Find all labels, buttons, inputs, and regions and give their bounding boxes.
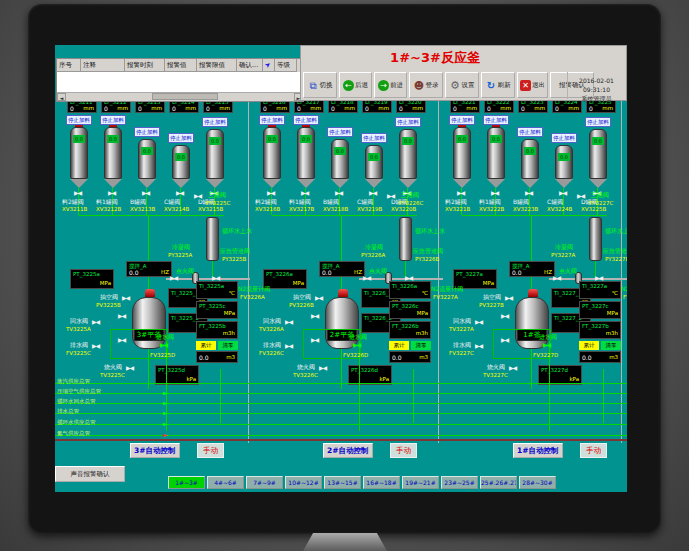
reactor-valve-icon[interactable]: ▶◀ <box>285 343 292 349</box>
three-way-valve-icon[interactable]: ▶◀ <box>387 193 394 199</box>
toolbar-button-forward[interactable]: →前进 <box>374 72 407 98</box>
toolbar-button-back[interactable]: ←后退 <box>339 72 372 98</box>
pipe-valve-icon[interactable]: ▶◀ <box>363 275 370 281</box>
reactor-valve-icon[interactable]: ▶◀ <box>319 365 326 371</box>
reactor-valve-icon[interactable]: ▶◀ <box>118 313 125 319</box>
stop-feed-button[interactable]: 停止加料 <box>517 127 543 137</box>
auto-control-button-1#[interactable]: 1#自动控制 <box>513 443 563 458</box>
totalizer-accumulate-button[interactable]: 累计 <box>579 341 599 350</box>
tank-valve-icon[interactable]: ▶◀ <box>176 190 183 196</box>
totalizer-clear-button[interactable]: 清零 <box>411 341 431 350</box>
pipe-valve-icon[interactable]: ▶◀ <box>170 275 177 281</box>
totalizer-clear-button[interactable]: 清零 <box>601 341 621 350</box>
reactor-valve-icon[interactable]: ▶◀ <box>505 295 512 301</box>
page-button-4[interactable]: 10#~12# <box>285 476 322 489</box>
totalizer-clear-button[interactable]: 清零 <box>218 341 238 350</box>
auto-control-button-3#[interactable]: 3#自动控制 <box>130 443 180 458</box>
reactor-valve-icon[interactable]: ▶◀ <box>311 337 318 343</box>
toolbar-button-login[interactable]: ☻登录 <box>409 72 443 98</box>
manual-button-2#[interactable]: 手动 <box>390 443 417 458</box>
page-button-6[interactable]: 16#~18# <box>363 476 400 489</box>
pipe-valve-icon[interactable]: ▶◀ <box>212 275 219 281</box>
instrument-unit: kPa <box>379 376 389 383</box>
tank-valve-icon[interactable]: ▶◀ <box>108 190 115 196</box>
pipe-valve-icon[interactable]: ▶◀ <box>595 275 602 281</box>
three-way-valve-icon[interactable]: ▶◀ <box>194 193 201 199</box>
alarm-table-body[interactable] <box>57 72 303 92</box>
alarm-flag-cell: ➤ <box>263 59 275 72</box>
page-button-8[interactable]: 23#~25# <box>441 476 478 489</box>
stop-feed-button[interactable]: 停止加料 <box>168 133 194 143</box>
stop-feed-button[interactable]: 停止加料 <box>66 115 92 125</box>
reactor-valve-icon[interactable]: ▶◀ <box>315 295 322 301</box>
tank-valve-icon[interactable]: ▶◀ <box>491 190 498 196</box>
scroll-thumb[interactable] <box>152 93 218 100</box>
stop-feed-button[interactable]: 停止加料 <box>361 133 387 143</box>
stop-feed-button[interactable]: 停止加料 <box>293 115 319 125</box>
three-way-valve-icon[interactable]: ▶◀ <box>577 193 584 199</box>
auto-control-button-2#[interactable]: 2#自动控制 <box>323 443 373 458</box>
stop-feed-button[interactable]: 停止加料 <box>585 117 611 127</box>
stop-feed-button[interactable]: 停止加料 <box>449 115 475 125</box>
manual-button-3#[interactable]: 手动 <box>197 443 224 458</box>
stop-feed-button[interactable]: 停止加料 <box>202 117 228 127</box>
reactor-valve-icon[interactable]: ▶◀ <box>92 343 99 349</box>
n2-flow-valve-label: N2流量计阀 <box>621 285 627 292</box>
reactor-valve-icon[interactable]: ▶◀ <box>311 313 318 319</box>
totalizer-accumulate-button[interactable]: 累计 <box>389 341 409 350</box>
reactor-valve-icon[interactable]: ▶◀ <box>118 337 125 343</box>
pipe-valve-icon[interactable]: ▶◀ <box>553 275 560 281</box>
toolbar-button-refresh[interactable]: ↻刷新 <box>481 72 515 98</box>
pipe-valve-icon[interactable]: ▶◀ <box>405 275 412 281</box>
page-button-3[interactable]: 7#~9# <box>246 476 283 489</box>
three-way-valve-tag: PY3226C <box>399 200 423 207</box>
sound-alarm-confirm-button[interactable]: 声音报警确认 <box>55 466 125 482</box>
stop-feed-button[interactable]: 停止加料 <box>395 117 421 127</box>
reactor-valve-icon[interactable]: ▶◀ <box>92 319 99 325</box>
toolbar-button-settings[interactable]: ⚙设置 <box>445 72 479 98</box>
page-button-10[interactable]: 28#~30# <box>519 476 556 489</box>
reactor-valve-icon[interactable]: ▶◀ <box>501 337 508 343</box>
page-button-7[interactable]: 19#~21# <box>402 476 439 489</box>
toolbar-button-exit[interactable]: ✕退出 <box>517 72 548 98</box>
stop-feed-button[interactable]: 停止加料 <box>134 127 160 137</box>
tank-valve-icon[interactable]: ▶◀ <box>525 190 532 196</box>
reactor-valve-icon[interactable]: ▶◀ <box>285 319 292 325</box>
stop-feed-button[interactable]: 停止加料 <box>551 133 577 143</box>
reactor-valve-icon[interactable]: ▶◀ <box>509 365 516 371</box>
inlet-valve-icon[interactable]: ▶◀ <box>353 342 360 348</box>
page-button-9[interactable]: 25#.26#.27# <box>480 476 517 489</box>
tank-valve-icon[interactable]: ▶◀ <box>301 190 308 196</box>
stop-feed-button[interactable]: 停止加料 <box>327 127 353 137</box>
alarm-table-scrollbar[interactable]: ◄ ► <box>57 92 303 101</box>
reactor-valve-icon[interactable]: ▶◀ <box>475 343 482 349</box>
reactor-valve-icon[interactable]: ▶◀ <box>122 295 129 301</box>
tank-valve-icon[interactable]: ▶◀ <box>369 190 376 196</box>
reactor-valve-icon[interactable]: ▶◀ <box>126 365 133 371</box>
tank-valve-icon[interactable]: ▶◀ <box>142 190 149 196</box>
toolbar-button-switch[interactable]: ⧉切换 <box>303 72 337 98</box>
tank-valve-icon[interactable]: ▶◀ <box>267 190 274 196</box>
inlet-valve-icon[interactable]: ▶◀ <box>543 342 550 348</box>
stop-feed-button[interactable]: 停止加料 <box>100 115 126 125</box>
instrument-unit: mm <box>378 105 389 112</box>
manual-button-1#[interactable]: 手动 <box>580 443 607 458</box>
tank-valve-icon[interactable]: ▶◀ <box>335 190 342 196</box>
inlet-valve-icon[interactable]: ▶◀ <box>160 342 167 348</box>
stop-feed-button[interactable]: 停止加料 <box>259 115 285 125</box>
page-button-1[interactable]: 1#~3# <box>168 476 205 489</box>
n2-flow-valve-tag: FV3226A <box>240 294 265 301</box>
page-button-5[interactable]: 13#~15# <box>324 476 361 489</box>
pipeline-label: 蒸汽供应总管 <box>57 378 90 384</box>
scroll-left-icon[interactable]: ◄ <box>57 93 66 101</box>
totalizer-accumulate-button[interactable]: 累计 <box>196 341 216 350</box>
page-button-2[interactable]: 4#~6# <box>207 476 244 489</box>
bottom-bar: 声音报警确认 1#~3#4#~6#7#~9#10#~12#13#~15#16#~… <box>55 462 627 492</box>
tank-valve-icon[interactable]: ▶◀ <box>559 190 566 196</box>
stop-feed-button[interactable]: 停止加料 <box>483 115 509 125</box>
reactor-valve-icon[interactable]: ▶◀ <box>475 319 482 325</box>
reactor-valve-icon[interactable]: ▶◀ <box>501 313 508 319</box>
tank-valve-icon[interactable]: ▶◀ <box>74 190 81 196</box>
instrument-unit: ℃ <box>229 290 235 297</box>
tank-valve-icon[interactable]: ▶◀ <box>457 190 464 196</box>
